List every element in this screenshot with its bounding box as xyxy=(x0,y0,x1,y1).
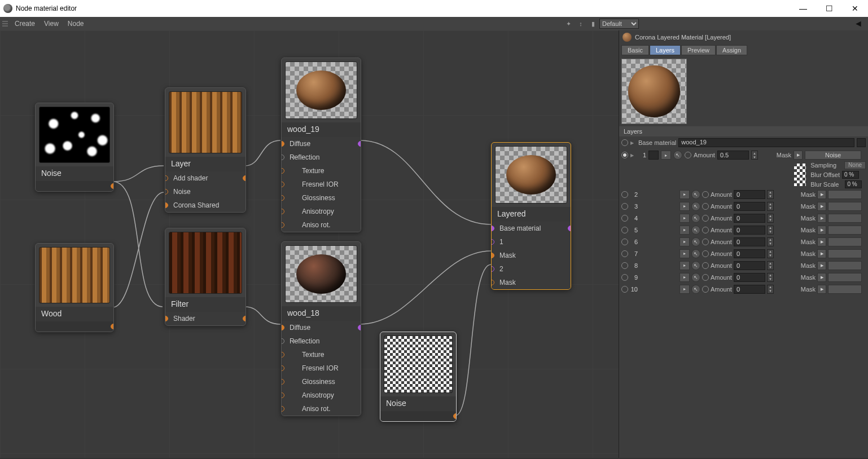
node-wood[interactable]: Wood xyxy=(35,243,114,332)
picker-icon[interactable]: ↖ xyxy=(691,237,700,246)
in-port[interactable] xyxy=(491,226,494,231)
radio-layer[interactable] xyxy=(621,203,628,210)
nav-arrow-icon[interactable]: ▸ xyxy=(680,202,690,211)
radio-layer[interactable] xyxy=(621,191,628,198)
node-noise[interactable]: Noise xyxy=(35,103,114,192)
radio-amount[interactable] xyxy=(702,191,709,198)
amount-spinner[interactable]: ▲▼ xyxy=(767,249,774,258)
mask-play-icon[interactable]: ▶ xyxy=(794,151,803,160)
menu-node[interactable]: Node xyxy=(63,20,89,28)
picker-icon[interactable]: ↖ xyxy=(691,261,700,270)
node-wood18[interactable]: wood_18 Diffuse ▼Reflection Texture Fres… xyxy=(281,241,361,416)
material-preview[interactable] xyxy=(621,59,687,124)
amount-field[interactable]: 0 xyxy=(734,249,765,258)
mask-play-icon[interactable]: ▶ xyxy=(817,237,826,246)
mask-button[interactable] xyxy=(828,261,862,270)
node-noise2[interactable]: Noise xyxy=(380,332,457,422)
in-port[interactable] xyxy=(281,365,284,371)
in-port[interactable] xyxy=(281,168,284,174)
mask-button[interactable] xyxy=(828,285,862,294)
mask-play-icon[interactable]: ▶ xyxy=(817,214,826,223)
mask-play-icon[interactable]: ▶ xyxy=(817,226,826,235)
amount-spinner[interactable]: ▲▼ xyxy=(767,261,774,270)
amount-field[interactable]: 0 xyxy=(734,261,765,270)
radio-amount[interactable] xyxy=(685,152,691,158)
picker-icon[interactable]: ↖ xyxy=(691,202,700,211)
expand-icon[interactable]: ▼ xyxy=(292,338,297,344)
picker-icon[interactable]: ↖ xyxy=(691,190,700,199)
amount-spinner[interactable]: ▲▼ xyxy=(767,285,774,294)
amount-spinner[interactable]: ▲▼ xyxy=(767,237,774,246)
radio-layer[interactable] xyxy=(621,274,628,281)
expand-icon[interactable]: ▼ xyxy=(292,155,297,160)
amount-field[interactable]: 0 xyxy=(734,202,765,211)
tab-assign[interactable]: Assign xyxy=(716,45,747,55)
base-material-field[interactable]: wood_19 xyxy=(678,138,854,147)
mask-button[interactable] xyxy=(828,237,862,246)
mask-button[interactable] xyxy=(828,202,862,211)
layer-swatch[interactable] xyxy=(648,151,659,160)
radio-amount[interactable] xyxy=(702,286,709,293)
amount-spinner[interactable]: ▲▼ xyxy=(767,202,774,211)
out-port[interactable] xyxy=(243,175,246,181)
amount-field[interactable]: 0 xyxy=(734,214,765,223)
out-port[interactable] xyxy=(568,226,571,231)
radio-layer-1[interactable] xyxy=(621,152,628,158)
nav-arrow-icon[interactable]: ▸ xyxy=(680,249,690,258)
blur-scale-field[interactable]: 0 % xyxy=(845,180,862,188)
material-swatch[interactable] xyxy=(857,138,866,147)
radio-amount[interactable] xyxy=(702,262,709,269)
in-port[interactable] xyxy=(281,155,284,160)
radio-layer[interactable] xyxy=(621,262,628,269)
in-port[interactable] xyxy=(281,352,284,358)
mask-play-icon[interactable]: ▶ xyxy=(817,202,826,211)
node-filter[interactable]: Filter Shader xyxy=(165,228,246,326)
in-port[interactable] xyxy=(491,266,494,272)
menu-create[interactable]: Create xyxy=(10,20,40,28)
collapse-arrow-icon[interactable]: ◄ xyxy=(853,19,863,29)
nav-arrow-icon[interactable]: ▸ xyxy=(680,273,690,282)
radio-amount[interactable] xyxy=(702,250,709,257)
menu-view[interactable]: View xyxy=(40,20,63,28)
nav-arrow-icon[interactable]: ▸ xyxy=(661,151,671,160)
mask-button[interactable] xyxy=(828,226,862,235)
out-port[interactable] xyxy=(111,183,114,189)
in-port[interactable] xyxy=(165,189,168,195)
in-port[interactable] xyxy=(281,325,284,330)
expand-icon[interactable]: ▶ xyxy=(630,153,636,158)
node-layered[interactable]: Layered Base material 1 Mask 2 Mask xyxy=(491,142,571,290)
out-port[interactable] xyxy=(111,324,114,329)
out-port[interactable] xyxy=(358,141,361,147)
node-canvas[interactable]: Noise Wood Layer Add shader Noise Corona… xyxy=(0,30,619,458)
out-port[interactable] xyxy=(453,413,457,419)
in-port[interactable] xyxy=(281,392,284,398)
amount-spinner[interactable]: ▲▼ xyxy=(767,273,774,282)
nav-arrow-icon[interactable]: ▸ xyxy=(680,226,690,235)
amount-spinner[interactable]: ▲▼ xyxy=(767,226,774,235)
nav-arrow-icon[interactable]: ▸ xyxy=(680,214,690,223)
radio-amount[interactable] xyxy=(702,239,709,245)
in-port[interactable] xyxy=(491,280,494,285)
radio-layer[interactable] xyxy=(621,227,628,233)
pin-icon[interactable]: ▮ xyxy=(588,19,598,29)
mask-button[interactable]: Noise xyxy=(805,151,861,160)
in-port[interactable] xyxy=(165,316,168,321)
mask-button[interactable] xyxy=(828,190,862,199)
minimize-button[interactable]: — xyxy=(790,0,816,17)
close-button[interactable]: ✕ xyxy=(842,0,868,17)
picker-icon[interactable]: ↖ xyxy=(691,214,700,223)
expand-icon[interactable]: ▶ xyxy=(630,140,636,145)
picker-icon[interactable]: ↖ xyxy=(673,151,682,160)
in-port[interactable] xyxy=(491,239,494,245)
radio-amount[interactable] xyxy=(702,203,709,210)
in-port[interactable] xyxy=(165,202,168,208)
radio-layer[interactable] xyxy=(621,239,628,245)
radio-amount[interactable] xyxy=(702,274,709,281)
radio-layer[interactable] xyxy=(621,286,628,293)
in-port[interactable] xyxy=(491,253,494,258)
in-port[interactable] xyxy=(281,338,284,344)
radio-layer[interactable] xyxy=(621,215,628,222)
mask-play-icon[interactable]: ▶ xyxy=(817,273,826,282)
mask-button[interactable] xyxy=(828,273,862,282)
noise-swatch[interactable] xyxy=(794,164,806,186)
